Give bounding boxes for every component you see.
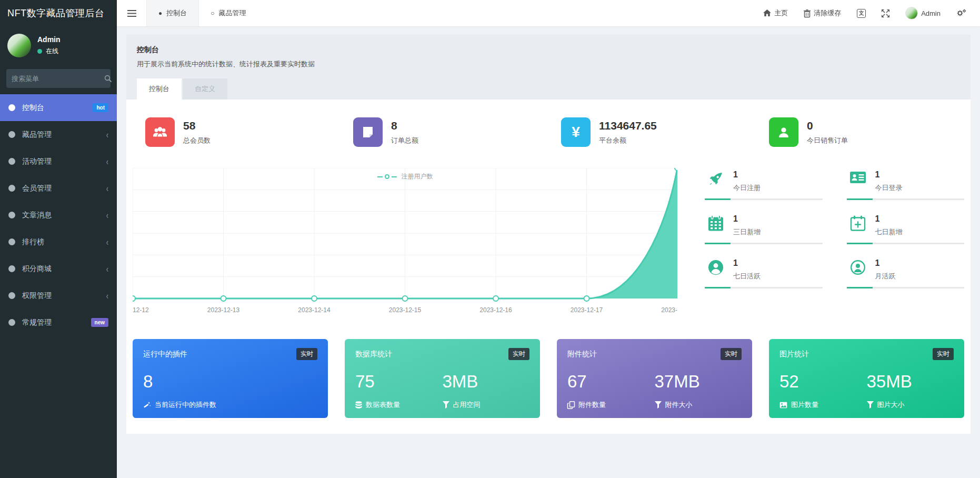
id-card-icon	[849, 171, 867, 184]
x-axis-tick-label: 2023-12-13	[207, 306, 239, 314]
mini-stat-value: 1	[733, 258, 761, 268]
hamburger-icon	[127, 10, 136, 17]
mini-stat-value: 1	[875, 214, 903, 224]
language-icon: 文	[857, 9, 866, 18]
sidebar-item-dashboard[interactable]: 控制台 hot	[0, 94, 117, 121]
mini-stat-label: 七日新增	[875, 227, 903, 237]
calendar-plus-icon	[849, 215, 867, 231]
circle-icon	[8, 265, 15, 272]
search-input[interactable]	[12, 75, 104, 83]
sidebar-item-label: 藏品管理	[22, 130, 52, 140]
mini-stat-3day-new: 1 三日新增	[705, 214, 823, 244]
stat-label: 订单总额	[391, 136, 418, 145]
sidebar-item-label: 活动管理	[22, 157, 52, 166]
chevron-left-icon: ‹	[106, 263, 108, 274]
mini-stat-value: 1	[733, 214, 761, 224]
mini-stat-label: 三日新增	[733, 227, 761, 237]
chart-x-axis-labels: 12-122023-12-132023-12-142023-12-152023-…	[133, 304, 677, 316]
card-value2: 3MB	[443, 372, 530, 392]
card-database-stats: 数据库统计 实时 75 3MB 数据表数量	[345, 339, 540, 418]
circle-icon	[8, 238, 15, 245]
sidebar-item-members[interactable]: 会员管理 ‹	[0, 175, 117, 202]
topbar: ● 控制台 ○ 藏品管理 主页 清除缓存 文	[117, 0, 980, 26]
sidebar-item-articles[interactable]: 文章消息 ‹	[0, 202, 117, 228]
sidebar-item-general[interactable]: 常规管理 new	[0, 309, 117, 336]
card-value: 8	[143, 372, 231, 392]
sidebar-item-points-mall[interactable]: 积分商城 ‹	[0, 255, 117, 282]
fullscreen-button[interactable]	[882, 9, 889, 17]
page-subtitle: 用于展示当前系统中的统计数据、统计报表及重要实时数据	[137, 59, 960, 69]
tab-custom[interactable]: 自定义	[183, 78, 227, 99]
sidebar-item-collections[interactable]: 藏品管理 ‹	[0, 121, 117, 148]
sidebar-item-permissions[interactable]: 权限管理 ‹	[0, 282, 117, 309]
circle-icon	[8, 131, 15, 138]
card-value2: 35MB	[867, 372, 954, 392]
image-icon	[779, 402, 787, 409]
calendar-icon	[707, 215, 725, 231]
chevron-left-icon: ‹	[106, 290, 108, 301]
online-status-icon	[37, 49, 42, 54]
circle-icon	[8, 104, 15, 111]
card-value: 52	[779, 372, 867, 392]
sidebar-item-label: 控制台	[22, 103, 44, 113]
fullscreen-icon	[882, 9, 889, 17]
stat-label: 总会员数	[183, 136, 211, 145]
clear-cache-button[interactable]: 清除缓存	[804, 8, 841, 18]
chart-plot-area[interactable]	[133, 168, 677, 298]
search-icon[interactable]	[104, 75, 112, 82]
sidebar-item-label: 文章消息	[22, 211, 52, 220]
mini-stat-label: 七日活跃	[733, 272, 761, 281]
card-foot-label: 数据表数量	[366, 400, 400, 410]
card-foot-label: 当前运行中的插件数	[155, 400, 216, 410]
topbar-tab-dashboard[interactable]: ● 控制台	[146, 0, 199, 26]
registered-users-chart[interactable]: 注册用户数 12-122023-12-132023-12-142023-12-1…	[133, 168, 677, 316]
user-menu[interactable]: Admin	[905, 7, 941, 19]
mini-stat-label: 月活跃	[875, 272, 896, 281]
home-label: 主页	[774, 8, 788, 18]
trash-icon	[804, 9, 811, 17]
dashboard-body: 58 总会员数 8 订单总额 ¥ 11346	[126, 99, 971, 434]
topbar-tab-collections[interactable]: ○ 藏品管理	[199, 0, 257, 26]
yen-icon: ¥	[561, 117, 591, 147]
progress-bar	[705, 243, 823, 244]
home-button[interactable]: 主页	[763, 8, 788, 18]
sidebar: NFT数字藏品管理后台 Admin 在线 控制台 hot 藏品管理 ‹ 活动管理	[0, 0, 117, 478]
users-icon	[145, 117, 175, 147]
circle-icon	[8, 212, 15, 218]
summary-cards-row: 运行中的插件 实时 8 当前运行中的插件数	[133, 339, 964, 418]
progress-bar	[705, 287, 823, 288]
realtime-badge: 实时	[296, 348, 317, 360]
sidebar-item-label: 积分商城	[22, 264, 52, 274]
sidebar-item-ranking[interactable]: 排行榜 ‹	[0, 228, 117, 255]
avatar[interactable]	[7, 34, 31, 57]
mini-stat-value: 1	[733, 170, 761, 180]
card-value: 75	[355, 372, 443, 392]
mini-stat-label: 今日注册	[733, 183, 761, 193]
card-foot-label: 附件大小	[665, 400, 693, 410]
new-badge: new	[91, 318, 108, 327]
menu-search[interactable]	[6, 69, 111, 88]
language-button[interactable]: 文	[857, 9, 866, 18]
progress-bar	[847, 243, 965, 244]
stat-value: 1134647.65	[599, 120, 657, 132]
stat-order-total: 8 订单总额	[341, 117, 548, 147]
mini-stat-today-registered: 1 今日注册	[705, 170, 823, 200]
settings-button[interactable]	[956, 9, 966, 17]
tab-dashboard[interactable]: 控制台	[137, 78, 182, 99]
stat-value: 0	[807, 120, 848, 132]
x-axis-tick-label: 2023-12-18	[661, 306, 677, 314]
card-value: 67	[567, 372, 655, 392]
card-attachment-stats: 附件统计 实时 67 37MB 附件数量	[557, 339, 752, 418]
mini-stat-7day-active: 1 七日活跃	[705, 258, 823, 288]
user-panel: Admin 在线	[0, 26, 117, 66]
sidebar-item-activities[interactable]: 活动管理 ‹	[0, 148, 117, 175]
clear-cache-label: 清除缓存	[814, 8, 841, 18]
settings-gears-icon	[956, 9, 966, 17]
realtime-badge: 实时	[721, 348, 742, 360]
wand-icon	[143, 401, 151, 409]
card-running-plugins: 运行中的插件 实时 8 当前运行中的插件数	[133, 339, 328, 418]
sidebar-item-label: 权限管理	[22, 291, 52, 301]
x-axis-tick-label: 2023-12-16	[479, 306, 512, 314]
page-tabs: 控制台 自定义	[137, 78, 960, 99]
hamburger-menu-button[interactable]	[117, 0, 146, 26]
